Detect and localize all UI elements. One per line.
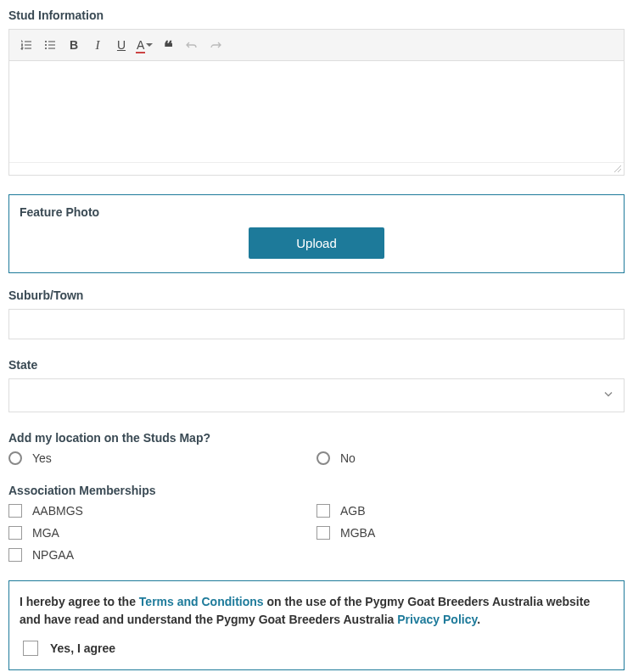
studs-map-radio-group: Yes No bbox=[8, 451, 625, 465]
radio-yes-label: Yes bbox=[32, 451, 52, 465]
check-item-mga: MGA bbox=[8, 526, 316, 540]
checkbox-npgaa-label: NPGAA bbox=[32, 548, 74, 562]
check-item-agb: AGB bbox=[316, 504, 625, 518]
state-select[interactable] bbox=[8, 378, 625, 412]
svg-point-2 bbox=[45, 48, 47, 49]
check-item-mgba: MGBA bbox=[316, 526, 625, 540]
chevron-down-icon bbox=[146, 43, 153, 47]
studs-map-label: Add my location on the Studs Map? bbox=[8, 431, 625, 445]
memberships-group: AABMGS MGA NPGAA AGB MGBA bbox=[8, 504, 625, 562]
check-item-npgaa: NPGAA bbox=[8, 548, 316, 562]
upload-button[interactable]: Upload bbox=[249, 227, 384, 259]
checkbox-mga-label: MGA bbox=[32, 526, 59, 540]
svg-point-1 bbox=[45, 44, 47, 46]
unordered-list-icon[interactable] bbox=[40, 35, 60, 55]
feature-photo-label: Feature Photo bbox=[20, 205, 613, 219]
radio-no-item: No bbox=[316, 451, 625, 465]
checkbox-aabmgs[interactable] bbox=[8, 504, 22, 518]
suburb-label: Suburb/Town bbox=[8, 288, 625, 302]
checkbox-agree[interactable] bbox=[23, 641, 38, 656]
feature-photo-section: Feature Photo Upload bbox=[8, 194, 625, 273]
radio-no-label: No bbox=[340, 451, 356, 465]
svg-point-0 bbox=[45, 41, 47, 42]
blockquote-button[interactable]: ❝ bbox=[158, 35, 178, 55]
editor-content-area[interactable] bbox=[9, 61, 624, 163]
suburb-input[interactable] bbox=[8, 309, 625, 339]
editor-toolbar: B I U A ❝ bbox=[9, 30, 624, 61]
agree-check-label: Yes, I agree bbox=[50, 641, 115, 655]
rich-text-editor: B I U A ❝ bbox=[8, 29, 625, 176]
checkbox-npgaa[interactable] bbox=[8, 548, 22, 562]
underline-button[interactable]: U bbox=[111, 35, 132, 55]
radio-yes-item: Yes bbox=[8, 451, 316, 465]
editor-footer bbox=[9, 163, 624, 175]
memberships-label: Association Memberships bbox=[8, 484, 625, 497]
radio-yes[interactable] bbox=[8, 451, 22, 465]
redo-button[interactable] bbox=[205, 35, 226, 55]
agree-check-item: Yes, I agree bbox=[20, 641, 613, 656]
bold-button[interactable]: B bbox=[64, 35, 84, 55]
state-label: State bbox=[8, 358, 625, 372]
resize-handle-icon[interactable] bbox=[613, 165, 622, 173]
stud-info-label: Stud Information bbox=[8, 8, 625, 22]
checkbox-mgba[interactable] bbox=[316, 526, 330, 540]
radio-no[interactable] bbox=[316, 451, 330, 465]
checkbox-mgba-label: MGBA bbox=[340, 526, 375, 540]
undo-button[interactable] bbox=[182, 35, 202, 55]
checkbox-aabmgs-label: AABMGS bbox=[32, 504, 83, 518]
ordered-list-icon[interactable] bbox=[16, 35, 36, 55]
checkbox-agb-label: AGB bbox=[340, 504, 366, 518]
checkbox-agb[interactable] bbox=[316, 504, 330, 518]
check-item-aabmgs: AABMGS bbox=[8, 504, 316, 518]
checkbox-mga[interactable] bbox=[8, 526, 22, 540]
italic-button[interactable]: I bbox=[87, 35, 108, 55]
terms-link[interactable]: Terms and Conditions bbox=[139, 595, 264, 608]
agreement-section: I hereby agree to the Terms and Conditio… bbox=[8, 580, 625, 670]
privacy-link[interactable]: Privacy Policy bbox=[397, 613, 477, 626]
agreement-text: I hereby agree to the Terms and Conditio… bbox=[20, 593, 613, 629]
font-color-button[interactable]: A bbox=[135, 35, 154, 55]
